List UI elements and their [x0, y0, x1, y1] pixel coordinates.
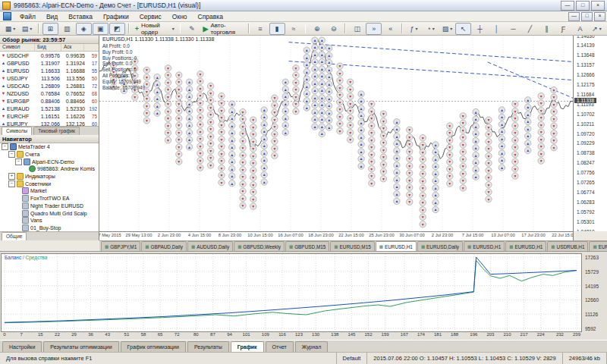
- trendline-button[interactable]: ╱: [522, 23, 538, 35]
- chart-tab-2[interactable]: ▦GBPAUD,Daily: [141, 241, 187, 251]
- tree-item[interactable]: 9985863: Andrew Komis: [0, 165, 99, 173]
- data-window-toggle[interactable]: ▥: [59, 23, 75, 35]
- chart-tab-12[interactable]: ▦EURUSD,M2 (offline): [589, 241, 607, 251]
- tile-windows-button[interactable]: ◫: [349, 23, 365, 35]
- tester-tab-4[interactable]: Результаты: [187, 341, 229, 352]
- new-order-button[interactable]: +Новый ордер▾: [133, 23, 177, 35]
- chart-tab-3[interactable]: ▦AUDUSD,Daily: [187, 241, 233, 251]
- collapse-icon[interactable]: −: [15, 158, 22, 165]
- tester-tab-2[interactable]: Результаты оптимизации: [43, 341, 118, 352]
- tester-tab-1[interactable]: Настройки: [2, 341, 42, 352]
- tester-chart-canvas[interactable]: Баланс / Средства: [1, 253, 582, 332]
- market-watch-tab-1[interactable]: Символы: [2, 127, 32, 135]
- menu-item-7[interactable]: Справка: [193, 12, 228, 21]
- tree-item[interactable]: −MetaTrader 4: [0, 143, 99, 151]
- column-header-ask[interactable]: Аск: [61, 44, 84, 51]
- market-watch-row[interactable]: ▼USDJPY113.506113.55650: [0, 74, 99, 82]
- market-watch-row[interactable]: ▼EURGBP0.884060.8846660: [0, 97, 99, 105]
- tree-item[interactable]: −Счета: [0, 151, 99, 158]
- tree-item[interactable]: +Индикаторы: [0, 173, 99, 180]
- restore-button[interactable]: □: [576, 1, 590, 11]
- arrow-tools-button[interactable]: ↗▾: [589, 23, 605, 35]
- status-profile[interactable]: Default: [337, 353, 368, 364]
- fibonacci-button[interactable]: Ƒ: [555, 23, 571, 35]
- tester-tab-3[interactable]: График оптимизации: [121, 341, 186, 352]
- chart-tab-6[interactable]: ▦EURUSD,M15: [330, 241, 374, 251]
- collapse-icon[interactable]: −: [8, 180, 15, 187]
- tree-item[interactable]: Market: [0, 187, 99, 195]
- zoom-out-button[interactable]: ⊖: [326, 23, 341, 35]
- chart-bars-button[interactable]: ≡: [253, 23, 269, 35]
- chart-tab-7[interactable]: ▦EURUSD,H1: [376, 241, 417, 251]
- chart-tab-8[interactable]: ▦EURUSD,Daily: [417, 241, 463, 251]
- cursor-button[interactable]: ↖: [455, 23, 471, 35]
- tree-item[interactable]: −Советники: [0, 180, 99, 187]
- tester-tab-5[interactable]: График: [231, 341, 264, 352]
- collapse-icon[interactable]: −: [2, 143, 8, 150]
- text-button[interactable]: A: [572, 23, 588, 35]
- navigator-toggle[interactable]: ◈: [76, 23, 92, 35]
- new-chart-button[interactable]: ▦▾: [2, 23, 18, 35]
- market-watch-row[interactable]: ▲EURJPY132.066132.12660: [0, 120, 99, 126]
- column-header-symbol[interactable]: Символ: [0, 44, 35, 51]
- horizontal-line-button[interactable]: ─: [505, 23, 521, 35]
- tree-item[interactable]: −Alpari-ECN-Demo: [0, 158, 99, 165]
- minimize-button[interactable]: —: [561, 1, 574, 11]
- chart-candles-button[interactable]: ▮: [269, 23, 285, 35]
- menu-item-6[interactable]: Окно: [167, 12, 193, 21]
- vertical-line-button[interactable]: │: [489, 23, 505, 35]
- market-watch-row[interactable]: ▲EURUSD1.166331.1668855: [0, 67, 99, 74]
- menu-item-2[interactable]: Вид: [41, 12, 63, 21]
- market-watch-toggle[interactable]: ⊞: [42, 23, 58, 35]
- market-watch-row[interactable]: ▲EURAUD1.521381.52330192: [0, 105, 99, 112]
- price-chart-canvas[interactable]: EURUSD,H1 1.11330 1.11338 1.11330 1.1133…: [99, 36, 573, 231]
- chart-tab-10[interactable]: ▦EURUSD,H1: [505, 241, 546, 251]
- periods-button[interactable]: ◔▾: [423, 23, 439, 35]
- chart-tab-9[interactable]: ▦EURUSD,H1: [464, 241, 505, 251]
- close-button[interactable]: ×: [591, 1, 605, 11]
- tester-tab-7[interactable]: Журнал: [295, 341, 329, 352]
- zoom-in-button[interactable]: ⊕: [309, 23, 325, 35]
- column-header-bid[interactable]: Бид: [35, 44, 61, 51]
- market-watch-row[interactable]: ▼USDCHF0.995760.9963559: [0, 52, 99, 59]
- child-minimize-button[interactable]: —: [568, 12, 580, 21]
- channel-icon: ∥: [545, 25, 549, 33]
- child-close-button[interactable]: ×: [594, 12, 605, 21]
- child-restore-button[interactable]: □: [581, 12, 593, 21]
- autotrading-button[interactable]: ▶Авто-торговля: [200, 23, 244, 35]
- menu-item-5[interactable]: Сервис: [134, 12, 167, 21]
- tree-item[interactable]: Vans: [0, 217, 99, 224]
- tree-item[interactable]: Night Trader EURUSD: [0, 202, 99, 210]
- menu-item-1[interactable]: Файл: [14, 12, 41, 21]
- expand-icon[interactable]: +: [8, 173, 15, 180]
- tree-item[interactable]: Quadro Multi Grid Scalp: [0, 209, 99, 217]
- menu-item-4[interactable]: Графики: [98, 12, 134, 21]
- tree-item[interactable]: 01_Buy-Stop: [0, 224, 99, 231]
- tree-item[interactable]: FoxTrotTWO EA: [0, 195, 99, 202]
- market-watch-row[interactable]: ▼NZDUSD0.765840.7665268: [0, 89, 99, 97]
- strategy-tester-toggle[interactable]: ◩: [109, 23, 125, 35]
- chart-tab-1[interactable]: ▦GBPJPY,M1: [101, 241, 140, 251]
- tester-tab-6[interactable]: Отчет: [266, 341, 294, 352]
- menu-item-3[interactable]: Вставка: [63, 12, 98, 21]
- channel-button[interactable]: ∥: [539, 23, 555, 35]
- navigator-tab-1[interactable]: Общие: [2, 232, 27, 240]
- terminal-toggle[interactable]: ▣: [93, 23, 109, 35]
- metaeditor-button[interactable]: ✎: [184, 23, 200, 35]
- collapse-icon[interactable]: −: [8, 151, 15, 158]
- auto-scroll-button[interactable]: »: [366, 23, 382, 35]
- templates-button[interactable]: ▨▾: [439, 23, 455, 35]
- chart-tab-5[interactable]: ▦GBPUSD,M15: [285, 241, 329, 251]
- profiles-button[interactable]: ▤▾: [19, 23, 35, 35]
- chart-tab-4[interactable]: ▦GBPUSD,Weekly: [234, 241, 285, 251]
- market-watch-row[interactable]: ▲GBPUSD1.319071.3192417: [0, 59, 99, 67]
- chart-shift-button[interactable]: «: [382, 23, 398, 35]
- market-watch-row[interactable]: ▼EURCHF1.161511.1622675: [0, 112, 99, 120]
- svg-text:▼: ▼: [448, 152, 451, 157]
- market-watch-tab-2[interactable]: Тиковый график: [33, 127, 80, 135]
- indicators-button[interactable]: ƒ▾: [406, 23, 422, 35]
- market-watch-row[interactable]: ▲USDCAD1.268091.2688172: [0, 82, 99, 89]
- chart-line-button[interactable]: ≈: [286, 23, 302, 35]
- chart-tab-11[interactable]: ▦USDRUB,H1: [547, 241, 588, 251]
- crosshair-button[interactable]: ┼: [472, 23, 488, 35]
